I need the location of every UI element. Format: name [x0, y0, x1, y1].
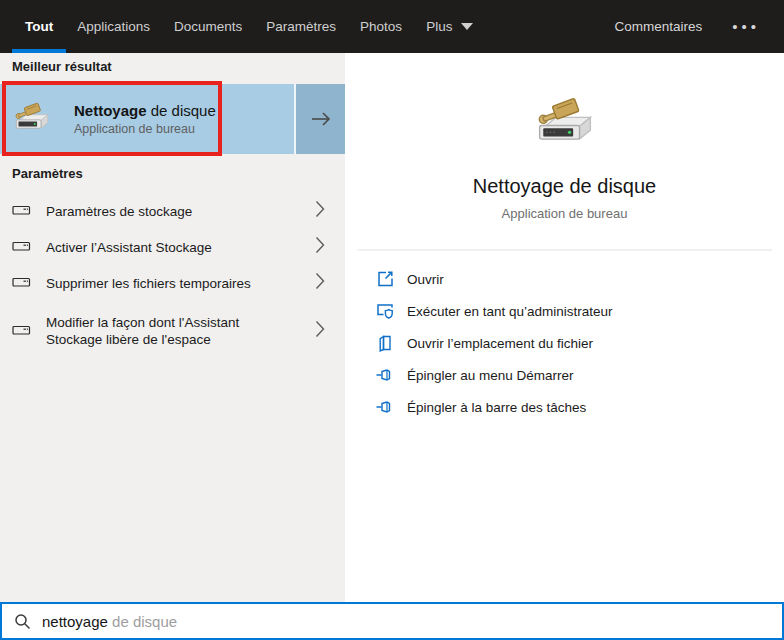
- setting-row-storage-sense-config[interactable]: Modifier la façon dont l'Assistant Stock…: [0, 301, 345, 361]
- chevron-right-icon: [315, 200, 325, 222]
- setting-label: Activer l’Assistant Stockage: [46, 239, 212, 256]
- search-filter-bar: Tout Applications Documents Paramètres P…: [0, 0, 784, 53]
- setting-label: Supprimer les fichiers temporaires: [46, 275, 251, 292]
- divider: [357, 249, 772, 251]
- app-actions-list: Ouvrir Exécuter en tant qu’administrateu…: [345, 263, 784, 423]
- action-open[interactable]: Ouvrir: [375, 263, 784, 295]
- search-suggestion-text: de disque: [108, 613, 177, 630]
- storage-drive-icon: [12, 238, 31, 256]
- open-in-new-icon: [375, 270, 395, 288]
- tab-photos[interactable]: Photos: [360, 0, 402, 53]
- best-match-result[interactable]: Nettoyage de disque Application de burea…: [0, 84, 345, 154]
- open-folder-icon: [375, 334, 395, 352]
- storage-drive-icon: [12, 202, 31, 220]
- tab-documents[interactable]: Documents: [174, 0, 242, 53]
- result-preview-panel: Nettoyage de disque Application de burea…: [345, 53, 784, 602]
- tab-parametres-label: Paramètres: [266, 19, 336, 34]
- setting-label: Modifier la façon dont l'Assistant Stock…: [46, 314, 294, 348]
- action-label: Exécuter en tant qu’administrateur: [407, 304, 613, 319]
- more-options-icon[interactable]: •••: [732, 18, 760, 35]
- tab-documents-label: Documents: [174, 19, 242, 34]
- expand-result-button[interactable]: [294, 84, 345, 154]
- app-subtitle: Application de bureau: [502, 206, 628, 221]
- chevron-right-icon: [315, 272, 325, 294]
- shield-admin-icon: [375, 302, 395, 320]
- best-match-title: Nettoyage de disque: [74, 102, 216, 119]
- setting-label: Paramètres de stockage: [46, 203, 192, 220]
- storage-drive-icon: [12, 322, 31, 340]
- best-match-header: Meilleur résultat: [0, 53, 345, 82]
- search-icon: [14, 613, 31, 630]
- search-query-text: nettoyage de disque: [42, 613, 177, 630]
- tab-plus-label: Plus: [426, 19, 452, 34]
- chevron-right-icon: [315, 236, 325, 258]
- search-results-panel: Meilleur résultat: [0, 53, 345, 602]
- action-run-as-admin[interactable]: Exécuter en tant qu’administrateur: [375, 295, 784, 327]
- tab-applications[interactable]: Applications: [77, 0, 150, 53]
- app-title: Nettoyage de disque: [473, 175, 656, 198]
- disk-cleanup-hero-icon: [536, 95, 594, 151]
- action-label: Ouvrir: [407, 272, 444, 287]
- tab-parametres[interactable]: Paramètres: [266, 0, 336, 53]
- action-label: Épingler au menu Démarrer: [407, 368, 574, 383]
- tab-photos-label: Photos: [360, 19, 402, 34]
- best-match-subtitle: Application de bureau: [74, 122, 216, 136]
- action-open-file-location[interactable]: Ouvrir l’emplacement du fichier: [375, 327, 784, 359]
- arrow-right-icon: [309, 109, 333, 129]
- settings-results-list: Paramètres de stockage Activer l’Assista…: [0, 193, 345, 361]
- pin-icon: [375, 400, 395, 414]
- tab-tout[interactable]: Tout: [25, 0, 53, 53]
- search-input[interactable]: nettoyage de disque: [0, 602, 784, 640]
- action-label: Ouvrir l’emplacement du fichier: [407, 336, 593, 351]
- tab-plus[interactable]: Plus: [426, 0, 473, 53]
- setting-row-storage-settings[interactable]: Paramètres de stockage: [0, 193, 345, 229]
- settings-section-header: Paramètres: [0, 154, 345, 189]
- tab-tout-label: Tout: [25, 19, 53, 34]
- chevron-down-icon: [461, 23, 473, 30]
- action-label: Épingler à la barre des tâches: [407, 400, 586, 415]
- setting-row-storage-sense[interactable]: Activer l’Assistant Stockage: [0, 229, 345, 265]
- pin-icon: [375, 368, 395, 382]
- action-pin-to-start[interactable]: Épingler au menu Démarrer: [375, 359, 784, 391]
- tab-applications-label: Applications: [77, 19, 150, 34]
- chevron-right-icon: [315, 320, 325, 342]
- feedback-button[interactable]: Commentaires: [614, 19, 702, 34]
- disk-cleanup-icon: [14, 101, 50, 137]
- storage-drive-icon: [12, 274, 31, 292]
- action-pin-to-taskbar[interactable]: Épingler à la barre des tâches: [375, 391, 784, 423]
- setting-row-temp-files[interactable]: Supprimer les fichiers temporaires: [0, 265, 345, 301]
